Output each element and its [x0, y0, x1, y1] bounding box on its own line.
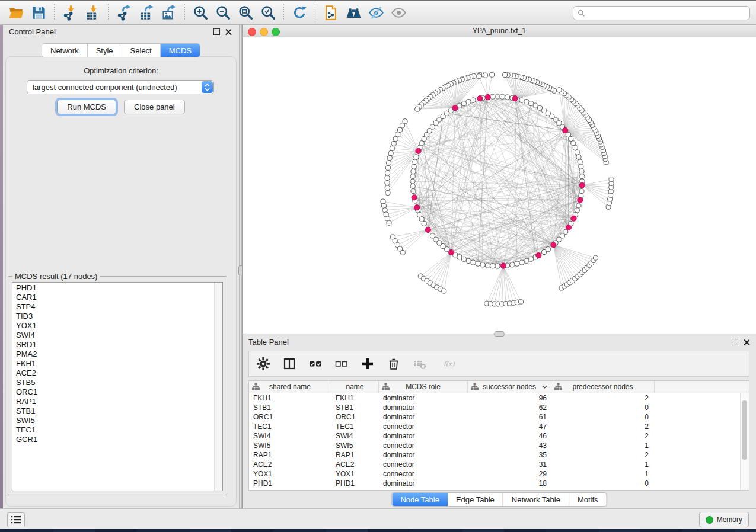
- share-document-icon[interactable]: [320, 2, 342, 23]
- network-canvas[interactable]: [243, 37, 756, 334]
- table-settings-gear-icon[interactable]: [255, 355, 272, 372]
- tab-style[interactable]: Style: [88, 44, 122, 57]
- table-row[interactable]: ORC1ORC1dominator610: [249, 412, 741, 422]
- column-header-shared-name[interactable]: shared name: [249, 381, 331, 393]
- mcds-result-item[interactable]: CAR1: [12, 293, 214, 302]
- table-row[interactable]: STB1STB1dominator620: [249, 403, 741, 412]
- svg-text:f(x): f(x): [444, 360, 455, 368]
- float-panel-icon[interactable]: [213, 28, 220, 35]
- table-row[interactable]: RAP1RAP1dominator352: [249, 450, 741, 460]
- search-network-icon[interactable]: [342, 2, 365, 23]
- dropdown-stepper-icon: [202, 81, 213, 93]
- mcds-result-item[interactable]: TID3: [12, 312, 214, 321]
- table-row[interactable]: PHD1PHD1dominator180: [249, 479, 741, 488]
- tab-select[interactable]: Select: [122, 44, 161, 57]
- column-header-filler: [655, 381, 749, 393]
- main-toolbar: [0, 0, 756, 25]
- zoom-in-icon[interactable]: [189, 2, 212, 23]
- show-all-eye-icon[interactable]: [387, 2, 410, 23]
- table-scrollbar[interactable]: [740, 393, 749, 490]
- criterion-dropdown[interactable]: largest connected component (undirected): [27, 80, 214, 94]
- mcds-result-item[interactable]: GCR1: [12, 435, 214, 444]
- horizontal-splitter-grip[interactable]: [495, 331, 505, 337]
- refresh-icon[interactable]: [288, 2, 311, 23]
- zoom-out-icon[interactable]: [212, 2, 234, 23]
- deselect-all-icon[interactable]: [333, 355, 350, 372]
- column-header-name[interactable]: name: [331, 381, 379, 393]
- tab-mcds[interactable]: MCDS: [161, 44, 200, 57]
- control-panel: Control Panel Network Style Select MCDS …: [3, 25, 239, 508]
- list-icon: [11, 516, 21, 524]
- network-workspace: YPA_prune.txt_1 Table Panel: [242, 25, 756, 508]
- export-table-icon[interactable]: [135, 2, 158, 23]
- tab-edge-table[interactable]: Edge Table: [448, 493, 503, 506]
- mcds-result-item[interactable]: YOX1: [12, 321, 214, 331]
- close-panel-icon[interactable]: [744, 339, 750, 345]
- mcds-result-item[interactable]: ORC1: [12, 387, 214, 397]
- import-network-icon[interactable]: [59, 2, 81, 23]
- hide-selected-eye-icon[interactable]: [365, 2, 387, 23]
- table-row[interactable]: ACE2ACE2connector311: [249, 460, 741, 469]
- network-graph[interactable]: [243, 37, 756, 334]
- open-session-icon[interactable]: [5, 2, 27, 23]
- table-panel-title: Table Panel: [248, 338, 289, 347]
- search-field[interactable]: [573, 6, 750, 20]
- tab-motifs[interactable]: Motifs: [569, 493, 607, 506]
- mcds-result-item[interactable]: RAP1: [12, 397, 214, 406]
- column-header-mcds-role[interactable]: MCDS role: [379, 381, 468, 393]
- table-row[interactable]: FKH1FKH1dominator962: [249, 393, 741, 403]
- table-row[interactable]: SWI5SWI5connector431: [249, 441, 741, 450]
- close-panel-icon[interactable]: [225, 28, 232, 35]
- mcds-result-item[interactable]: SWI4: [12, 331, 214, 340]
- import-table-icon[interactable]: [81, 2, 104, 23]
- mcds-result-item[interactable]: ACE2: [12, 368, 214, 378]
- mcds-result-item[interactable]: STP4: [12, 302, 214, 312]
- table-scrollbar-thumb[interactable]: [742, 400, 747, 460]
- save-session-icon[interactable]: [27, 2, 50, 23]
- float-panel-icon[interactable]: [732, 339, 738, 345]
- mcds-result-item[interactable]: FKH1: [12, 359, 214, 368]
- tab-network-table[interactable]: Network Table: [503, 493, 569, 506]
- search-icon: [578, 9, 585, 17]
- mcds-result-item[interactable]: SRD1: [12, 340, 214, 350]
- criterion-value: largest connected component (undirected): [27, 83, 202, 92]
- select-all-icon[interactable]: [307, 355, 324, 372]
- mcds-result-item[interactable]: STB5: [12, 378, 214, 387]
- mcds-result-legend: MCDS result (17 nodes): [12, 272, 100, 281]
- export-network-icon[interactable]: [113, 2, 135, 23]
- toolbar-separator: [283, 4, 284, 21]
- tab-network[interactable]: Network: [42, 44, 88, 57]
- status-bar: Memory: [0, 508, 756, 529]
- node-table-body: FKH1FKH1dominator962STB1STB1dominator620…: [249, 393, 741, 490]
- mcds-result-item[interactable]: SWI5: [12, 416, 214, 425]
- export-image-icon[interactable]: [158, 2, 180, 23]
- mcds-result-item[interactable]: STB1: [12, 406, 214, 416]
- memory-button[interactable]: Memory: [699, 512, 749, 527]
- network-window-titlebar[interactable]: YPA_prune.txt_1: [243, 25, 756, 37]
- show-column-panel-icon[interactable]: [281, 355, 298, 372]
- add-column-icon[interactable]: [359, 355, 376, 372]
- column-type-icon: [252, 383, 260, 390]
- run-mcds-button[interactable]: Run MCDS: [57, 100, 116, 114]
- table-row[interactable]: YOX1YOX1connector291: [249, 469, 741, 479]
- mcds-result-item[interactable]: PMA2: [12, 350, 214, 359]
- mcds-list-scrollbar[interactable]: [214, 283, 222, 491]
- mcds-result-item[interactable]: TEC1: [12, 425, 214, 435]
- zoom-selected-icon[interactable]: [257, 2, 279, 23]
- task-history-button[interactable]: [7, 512, 25, 527]
- toolbar-separator: [315, 4, 315, 21]
- mcds-result-item[interactable]: PHD1: [12, 283, 214, 293]
- search-input[interactable]: [585, 7, 749, 19]
- column-header-predecessor-nodes[interactable]: predecessor nodes: [551, 381, 655, 393]
- table-row[interactable]: SWI4SWI4dominator462: [249, 431, 741, 441]
- control-panel-tabs: Network Style Select MCDS: [42, 43, 200, 57]
- tab-node-table[interactable]: Node Table: [392, 493, 448, 506]
- sort-descending-icon: [542, 385, 547, 389]
- mcds-result-list[interactable]: PHD1CAR1STP4TID3YOX1SWI4SRD1PMA2FKH1ACE2…: [12, 282, 223, 491]
- table-row[interactable]: TEC1TEC1connector472: [249, 422, 741, 431]
- column-header-successor-nodes[interactable]: successor nodes: [468, 381, 551, 393]
- delete-column-trash-icon[interactable]: [385, 355, 402, 372]
- mcds-result-groupbox: MCDS result (17 nodes) PHD1CAR1STP4TID3Y…: [8, 276, 227, 495]
- zoom-fit-icon[interactable]: [234, 2, 257, 23]
- close-panel-button[interactable]: Close panel: [124, 100, 185, 114]
